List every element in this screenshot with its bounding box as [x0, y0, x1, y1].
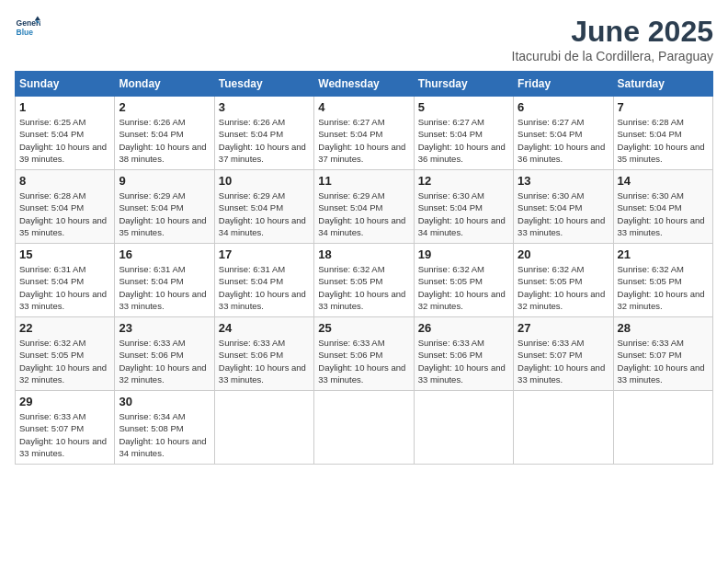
day-number: 1 — [19, 100, 110, 114]
day-info: Sunrise: 6:29 AMSunset: 5:04 PMDaylight:… — [219, 190, 306, 237]
day-number: 23 — [119, 321, 210, 335]
day-number: 27 — [518, 321, 609, 335]
day-number: 13 — [518, 174, 609, 188]
day-number: 29 — [19, 395, 110, 408]
day-number: 8 — [19, 174, 110, 188]
svg-text:Blue: Blue — [17, 28, 34, 37]
day-info: Sunrise: 6:32 AMSunset: 5:05 PMDaylight:… — [318, 264, 405, 311]
table-row: 26 Sunrise: 6:33 AMSunset: 5:06 PMDaylig… — [414, 317, 513, 391]
table-row: 4 Sunrise: 6:27 AMSunset: 5:04 PMDayligh… — [314, 97, 414, 170]
day-info: Sunrise: 6:26 AMSunset: 5:04 PMDaylight:… — [119, 117, 206, 164]
table-row: 30 Sunrise: 6:34 AMSunset: 5:08 PMDaylig… — [115, 391, 214, 465]
day-info: Sunrise: 6:32 AMSunset: 5:05 PMDaylight:… — [518, 264, 605, 311]
day-number: 4 — [318, 100, 409, 114]
day-number: 21 — [618, 247, 709, 261]
day-info: Sunrise: 6:27 AMSunset: 5:04 PMDaylight:… — [518, 117, 605, 164]
col-sunday: Sunday — [16, 72, 115, 97]
table-row: 8 Sunrise: 6:28 AMSunset: 5:04 PMDayligh… — [16, 170, 115, 244]
day-number: 7 — [618, 100, 709, 114]
col-friday: Friday — [514, 72, 613, 97]
table-row: 2 Sunrise: 6:26 AMSunset: 5:04 PMDayligh… — [115, 97, 214, 170]
logo: General Blue — [15, 15, 40, 40]
day-number: 26 — [418, 321, 509, 335]
week-row: 15 Sunrise: 6:31 AMSunset: 5:04 PMDaylig… — [16, 244, 713, 317]
table-row: 11 Sunrise: 6:29 AMSunset: 5:04 PMDaylig… — [314, 170, 414, 244]
day-info: Sunrise: 6:33 AMSunset: 5:06 PMDaylight:… — [219, 338, 306, 385]
day-info: Sunrise: 6:29 AMSunset: 5:04 PMDaylight:… — [119, 190, 206, 237]
table-row: 5 Sunrise: 6:27 AMSunset: 5:04 PMDayligh… — [414, 97, 513, 170]
table-row: 3 Sunrise: 6:26 AMSunset: 5:04 PMDayligh… — [214, 97, 313, 170]
table-row: 13 Sunrise: 6:30 AMSunset: 5:04 PMDaylig… — [514, 170, 613, 244]
table-row: 27 Sunrise: 6:33 AMSunset: 5:07 PMDaylig… — [514, 317, 613, 391]
day-info: Sunrise: 6:30 AMSunset: 5:04 PMDaylight:… — [418, 190, 506, 237]
col-thursday: Thursday — [414, 72, 513, 97]
table-row: 10 Sunrise: 6:29 AMSunset: 5:04 PMDaylig… — [214, 170, 313, 244]
day-info: Sunrise: 6:34 AMSunset: 5:08 PMDaylight:… — [119, 411, 206, 458]
week-row: 22 Sunrise: 6:32 AMSunset: 5:05 PMDaylig… — [16, 317, 713, 391]
day-info: Sunrise: 6:32 AMSunset: 5:05 PMDaylight:… — [418, 264, 506, 311]
table-row: 18 Sunrise: 6:32 AMSunset: 5:05 PMDaylig… — [314, 244, 414, 317]
day-number: 19 — [418, 247, 509, 261]
day-number: 28 — [618, 321, 709, 335]
table-row: 24 Sunrise: 6:33 AMSunset: 5:06 PMDaylig… — [214, 317, 313, 391]
day-number: 12 — [418, 174, 509, 188]
day-info: Sunrise: 6:31 AMSunset: 5:04 PMDaylight:… — [19, 264, 107, 311]
col-saturday: Saturday — [613, 72, 712, 97]
day-info: Sunrise: 6:33 AMSunset: 5:06 PMDaylight:… — [318, 338, 405, 385]
calendar-table: Sunday Monday Tuesday Wednesday Thursday… — [15, 71, 713, 465]
table-row: 6 Sunrise: 6:27 AMSunset: 5:04 PMDayligh… — [514, 97, 613, 170]
day-info: Sunrise: 6:29 AMSunset: 5:04 PMDaylight:… — [318, 190, 405, 237]
day-info: Sunrise: 6:31 AMSunset: 5:04 PMDaylight:… — [219, 264, 306, 311]
empty-cell — [414, 391, 513, 465]
table-row: 1 Sunrise: 6:25 AMSunset: 5:04 PMDayligh… — [16, 97, 115, 170]
col-monday: Monday — [115, 72, 214, 97]
table-row: 15 Sunrise: 6:31 AMSunset: 5:04 PMDaylig… — [16, 244, 115, 317]
day-number: 22 — [19, 321, 110, 335]
day-number: 9 — [119, 174, 210, 188]
week-row: 29 Sunrise: 6:33 AMSunset: 5:07 PMDaylig… — [16, 391, 713, 465]
table-row: 21 Sunrise: 6:32 AMSunset: 5:05 PMDaylig… — [613, 244, 712, 317]
day-info: Sunrise: 6:32 AMSunset: 5:05 PMDaylight:… — [19, 338, 107, 385]
week-row: 1 Sunrise: 6:25 AMSunset: 5:04 PMDayligh… — [16, 97, 713, 170]
day-info: Sunrise: 6:33 AMSunset: 5:07 PMDaylight:… — [518, 338, 605, 385]
day-info: Sunrise: 6:33 AMSunset: 5:07 PMDaylight:… — [618, 338, 705, 385]
day-info: Sunrise: 6:30 AMSunset: 5:04 PMDaylight:… — [518, 190, 605, 237]
day-info: Sunrise: 6:32 AMSunset: 5:05 PMDaylight:… — [618, 264, 705, 311]
day-info: Sunrise: 6:26 AMSunset: 5:04 PMDaylight:… — [219, 117, 306, 164]
day-number: 11 — [318, 174, 409, 188]
day-number: 16 — [119, 247, 210, 261]
table-row: 17 Sunrise: 6:31 AMSunset: 5:04 PMDaylig… — [214, 244, 313, 317]
day-info: Sunrise: 6:28 AMSunset: 5:04 PMDaylight:… — [618, 117, 705, 164]
table-row: 29 Sunrise: 6:33 AMSunset: 5:07 PMDaylig… — [16, 391, 115, 465]
week-row: 8 Sunrise: 6:28 AMSunset: 5:04 PMDayligh… — [16, 170, 713, 244]
day-number: 14 — [618, 174, 709, 188]
day-number: 30 — [119, 395, 210, 408]
month-title: June 2025 — [512, 15, 713, 49]
table-row: 25 Sunrise: 6:33 AMSunset: 5:06 PMDaylig… — [314, 317, 414, 391]
table-row: 12 Sunrise: 6:30 AMSunset: 5:04 PMDaylig… — [414, 170, 513, 244]
day-number: 18 — [318, 247, 409, 261]
day-number: 15 — [19, 247, 110, 261]
col-tuesday: Tuesday — [214, 72, 313, 97]
empty-cell — [514, 391, 613, 465]
day-info: Sunrise: 6:28 AMSunset: 5:04 PMDaylight:… — [19, 190, 107, 237]
empty-cell — [214, 391, 313, 465]
day-number: 20 — [518, 247, 609, 261]
empty-cell — [613, 391, 712, 465]
col-wednesday: Wednesday — [314, 72, 414, 97]
title-area: June 2025 Itacurubi de la Cordillera, Pa… — [512, 15, 713, 63]
header: General Blue June 2025 Itacurubi de la C… — [15, 15, 713, 63]
day-info: Sunrise: 6:33 AMSunset: 5:07 PMDaylight:… — [19, 411, 107, 458]
table-row: 16 Sunrise: 6:31 AMSunset: 5:04 PMDaylig… — [115, 244, 214, 317]
day-info: Sunrise: 6:33 AMSunset: 5:06 PMDaylight:… — [418, 338, 506, 385]
table-row: 14 Sunrise: 6:30 AMSunset: 5:04 PMDaylig… — [613, 170, 712, 244]
day-number: 17 — [219, 247, 310, 261]
day-number: 6 — [518, 100, 609, 114]
table-row: 9 Sunrise: 6:29 AMSunset: 5:04 PMDayligh… — [115, 170, 214, 244]
table-row: 20 Sunrise: 6:32 AMSunset: 5:05 PMDaylig… — [514, 244, 613, 317]
day-number: 3 — [219, 100, 310, 114]
table-row: 28 Sunrise: 6:33 AMSunset: 5:07 PMDaylig… — [613, 317, 712, 391]
day-info: Sunrise: 6:33 AMSunset: 5:06 PMDaylight:… — [119, 338, 206, 385]
logo-icon: General Blue — [15, 15, 40, 40]
empty-cell — [314, 391, 414, 465]
